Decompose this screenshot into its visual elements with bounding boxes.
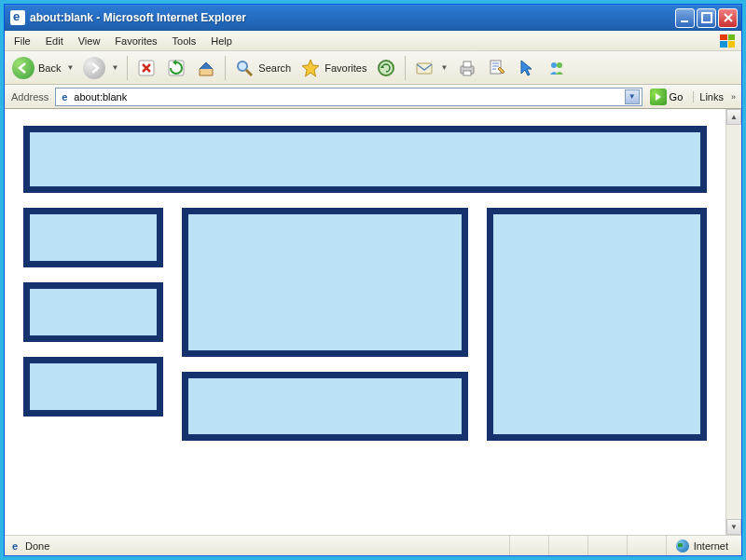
svg-point-4 xyxy=(238,61,247,71)
edit-button[interactable] xyxy=(483,54,511,82)
wireframe-right-column xyxy=(487,208,707,441)
search-icon xyxy=(234,58,255,78)
status-left: e Done xyxy=(8,540,49,553)
forward-arrow-icon xyxy=(83,57,105,79)
go-arrow-icon xyxy=(650,89,667,105)
home-button[interactable] xyxy=(192,54,220,82)
minimize-button[interactable] xyxy=(675,8,695,28)
address-dropdown-icon[interactable]: ▼ xyxy=(625,89,640,104)
menu-help[interactable]: Help xyxy=(203,34,240,48)
menu-file[interactable]: File xyxy=(7,34,38,48)
history-icon xyxy=(376,58,396,78)
viewport: ▲ ▼ xyxy=(5,109,741,535)
stop-icon xyxy=(136,58,157,78)
status-cell-1 xyxy=(509,536,548,555)
svg-rect-0 xyxy=(681,20,688,22)
print-icon xyxy=(457,58,477,78)
wireframe-right-block xyxy=(487,208,707,441)
cursor-icon xyxy=(517,58,537,78)
svg-rect-9 xyxy=(463,71,471,75)
edit-icon xyxy=(487,58,507,78)
forward-dropdown-icon[interactable]: ▼ xyxy=(111,63,118,72)
wireframe-left-block-1 xyxy=(23,208,163,267)
refresh-button[interactable] xyxy=(162,54,190,82)
menu-edit[interactable]: Edit xyxy=(38,34,71,48)
page-content xyxy=(5,109,725,535)
forward-button[interactable]: ▼ xyxy=(79,54,122,82)
svg-point-11 xyxy=(551,62,557,68)
mail-dropdown-icon[interactable]: ▼ xyxy=(440,63,448,72)
svg-rect-1 xyxy=(702,13,711,22)
address-label: Address xyxy=(8,91,51,102)
scroll-up-button[interactable]: ▲ xyxy=(726,109,741,125)
refresh-icon xyxy=(166,58,186,78)
mail-button[interactable]: ▼ xyxy=(410,54,451,82)
titlebar: about:blank - Microsoft Internet Explore… xyxy=(5,5,741,31)
stop-button[interactable] xyxy=(132,54,160,82)
messenger-icon xyxy=(546,58,567,78)
vertical-scrollbar[interactable]: ▲ ▼ xyxy=(725,109,741,535)
wireframe-left-block-2 xyxy=(23,282,163,342)
star-icon xyxy=(300,58,321,78)
back-button[interactable]: Back ▼ xyxy=(8,54,77,82)
wireframe-mid-block-2 xyxy=(182,372,468,441)
addressbar: Address e ▼ Go Links » xyxy=(5,85,741,109)
security-zone[interactable]: Internet xyxy=(666,536,738,555)
toolbar: Back ▼ ▼ xyxy=(5,51,741,85)
messenger-button[interactable] xyxy=(543,54,571,82)
status-cell-3 xyxy=(587,536,627,555)
zone-label: Internet xyxy=(694,540,728,552)
home-icon xyxy=(196,58,216,78)
address-input-wrap: e ▼ xyxy=(55,88,642,106)
links-label[interactable]: Links xyxy=(693,91,725,102)
status-ie-icon: e xyxy=(8,540,21,553)
search-button[interactable]: Search xyxy=(230,54,295,82)
status-text: Done xyxy=(25,540,49,552)
status-cell-2 xyxy=(548,536,587,555)
menu-tools[interactable]: Tools xyxy=(165,34,204,48)
links-expand-icon[interactable]: » xyxy=(729,92,738,102)
wireframe-mid-column xyxy=(182,208,468,441)
menubar: File Edit View Favorites Tools Help xyxy=(5,31,741,51)
back-arrow-icon xyxy=(12,57,35,79)
windows-flag-icon xyxy=(715,32,739,50)
scroll-track[interactable] xyxy=(726,125,741,519)
discuss-button[interactable] xyxy=(513,54,541,82)
svg-rect-6 xyxy=(417,63,432,74)
history-button[interactable] xyxy=(372,54,400,82)
browser-window: about:blank - Microsoft Internet Explore… xyxy=(4,4,742,556)
print-button[interactable] xyxy=(453,54,481,82)
go-button[interactable]: Go xyxy=(646,88,687,106)
ie-icon xyxy=(10,10,25,25)
address-input[interactable] xyxy=(74,89,624,104)
close-button[interactable] xyxy=(718,8,738,28)
scroll-down-button[interactable]: ▼ xyxy=(726,519,741,535)
wireframe-left-block-3 xyxy=(23,357,163,417)
wireframe-left-column xyxy=(23,208,163,441)
wireframe-mid-block-1 xyxy=(182,208,468,357)
wireframe-header-block xyxy=(23,126,707,193)
svg-rect-8 xyxy=(463,61,471,67)
menu-view[interactable]: View xyxy=(71,34,108,48)
favorites-button[interactable]: Favorites xyxy=(297,54,370,82)
window-title: about:blank - Microsoft Internet Explore… xyxy=(30,11,673,24)
menu-favorites[interactable]: Favorites xyxy=(107,34,164,48)
mail-icon xyxy=(414,58,435,78)
statusbar: e Done Internet xyxy=(5,535,741,555)
svg-point-12 xyxy=(557,62,562,68)
wireframe-row xyxy=(23,208,707,441)
status-cell-4 xyxy=(627,536,666,555)
maximize-button[interactable] xyxy=(697,8,716,28)
status-cells: Internet xyxy=(509,536,738,555)
globe-icon xyxy=(676,540,689,553)
back-dropdown-icon[interactable]: ▼ xyxy=(66,63,74,72)
page-ie-icon: e xyxy=(58,90,71,103)
